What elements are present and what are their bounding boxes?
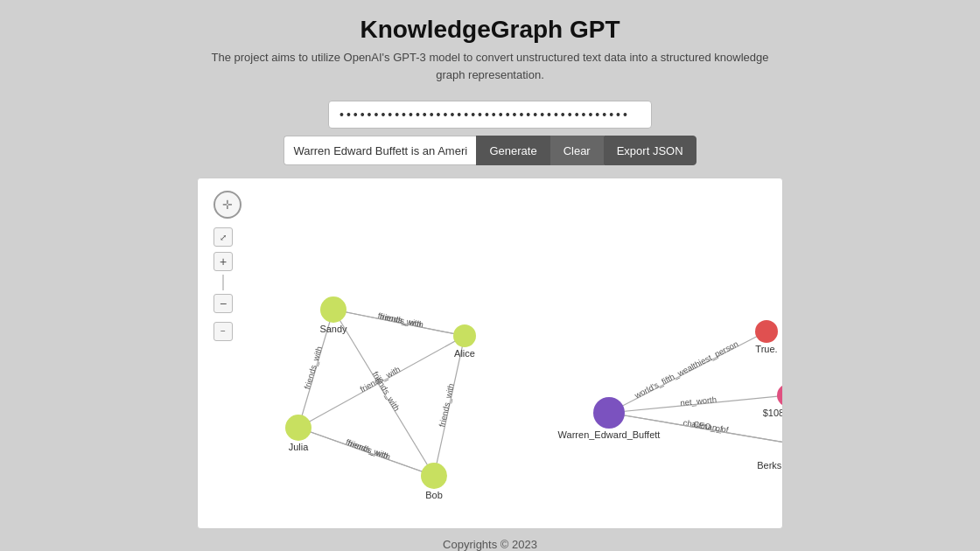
- svg-text:net_worth: net_worth: [680, 394, 718, 408]
- text-input[interactable]: [284, 136, 476, 165]
- svg-text:Bob: Bob: [425, 490, 443, 500]
- svg-point-36: [777, 384, 782, 407]
- svg-point-24: [320, 296, 346, 323]
- graph-container: ⤢ + − − friends_withfriends_withfriends_…: [197, 178, 783, 529]
- export-json-button[interactable]: Export JSON: [604, 136, 696, 165]
- svg-text:world's_fifth_wealthiest_perso: world's_fifth_wealthiest_person: [632, 338, 739, 401]
- svg-text:friends_with: friends_with: [379, 311, 424, 330]
- svg-point-30: [421, 463, 447, 489]
- svg-text:$108_billion: $108_billion: [763, 408, 782, 418]
- clear-button[interactable]: Clear: [550, 136, 604, 165]
- svg-text:CEO_of: CEO_of: [692, 419, 724, 434]
- action-row: Generate Clear Export JSON: [284, 136, 696, 165]
- page-header: KnowledgeGraph GPT The project aims to u…: [0, 0, 980, 92]
- copyright-text: Copyrights © 2023: [443, 538, 537, 551]
- svg-text:Sandy: Sandy: [319, 324, 347, 334]
- svg-text:Julia: Julia: [289, 442, 310, 452]
- svg-point-28: [285, 415, 312, 441]
- svg-point-34: [755, 320, 778, 343]
- generate-button[interactable]: Generate: [476, 136, 550, 165]
- page-subtitle: The project aims to utilize OpenAI's GPT…: [210, 49, 770, 83]
- svg-text:friends_with: friends_with: [346, 437, 391, 461]
- svg-text:friends_with: friends_with: [437, 382, 456, 428]
- svg-text:True.: True.: [755, 344, 777, 354]
- page-title: KnowledgeGraph GPT: [0, 16, 980, 44]
- svg-point-26: [453, 324, 476, 347]
- api-key-input[interactable]: [328, 101, 652, 129]
- svg-text:Warren_Edward_Buffett: Warren_Edward_Buffett: [558, 429, 661, 440]
- footer: Copyrights © 2023: [443, 538, 537, 551]
- graph-svg: friends_withfriends_withfriends_withfrie…: [198, 178, 782, 528]
- svg-text:Alice: Alice: [454, 348, 475, 359]
- svg-text:Berkshire_Hathaway: Berkshire_Hathaway: [757, 460, 782, 471]
- svg-text:friends_with: friends_with: [302, 345, 324, 391]
- svg-point-32: [593, 397, 625, 429]
